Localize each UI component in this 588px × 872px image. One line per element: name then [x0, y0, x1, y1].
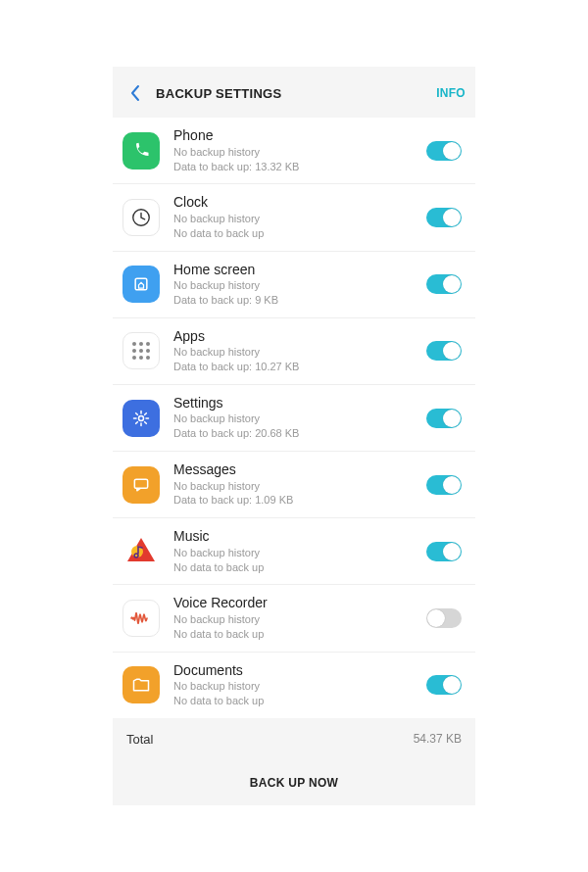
item-sub1: No backup history [173, 345, 426, 360]
backup-items-list: Phone No backup history Data to back up:… [113, 118, 475, 718]
item-settings[interactable]: Settings No backup history Data to back … [113, 385, 475, 452]
documents-icon [122, 666, 160, 703]
item-sub2: No data to back up [173, 226, 426, 241]
item-music[interactable]: Music No backup history No data to back … [113, 518, 475, 585]
item-sub2: Data to back up: 9 KB [173, 293, 426, 308]
item-voice[interactable]: Voice Recorder No backup history No data… [113, 585, 475, 652]
item-title: Clock [173, 194, 426, 212]
toggle-messages[interactable] [426, 475, 462, 495]
toggle-phone[interactable] [426, 141, 462, 161]
item-info: Documents No backup history No data to b… [173, 662, 426, 708]
item-title: Apps [173, 328, 426, 346]
item-info: Clock No backup history No data to back … [173, 194, 426, 240]
settings-icon [122, 400, 160, 437]
item-documents[interactable]: Documents No backup history No data to b… [113, 653, 475, 718]
item-sub2: Data to back up: 1.09 KB [173, 493, 426, 508]
item-apps[interactable]: Apps No backup history Data to back up: … [113, 318, 475, 385]
item-info: Apps No backup history Data to back up: … [173, 328, 426, 374]
item-sub1: No backup history [173, 612, 426, 627]
toggle-voice[interactable] [426, 608, 462, 628]
item-sub2: Data to back up: 10.27 KB [173, 360, 426, 374]
item-title: Home screen [173, 262, 426, 279]
backup-now-button[interactable]: BACK UP NOW [113, 760, 475, 805]
toggle-documents[interactable] [426, 675, 462, 695]
toggle-apps[interactable] [426, 341, 462, 361]
music-icon [122, 533, 160, 570]
item-sub2: No data to back up [173, 627, 426, 642]
item-sub1: No backup history [173, 278, 426, 293]
item-info: Phone No backup history Data to back up:… [173, 127, 426, 173]
total-row: Total 54.37 KB [113, 718, 475, 760]
back-button[interactable] [122, 80, 148, 106]
item-title: Phone [173, 127, 426, 145]
svg-rect-3 [134, 479, 147, 488]
item-sub1: No backup history [173, 679, 426, 694]
toggle-music[interactable] [426, 542, 462, 561]
item-sub2: No data to back up [173, 560, 426, 575]
item-info: Voice Recorder No backup history No data… [173, 595, 426, 641]
apps-icon [122, 332, 160, 369]
item-messages[interactable]: Messages No backup history Data to back … [113, 452, 475, 518]
item-title: Documents [173, 662, 426, 680]
svg-point-2 [139, 415, 144, 420]
item-phone[interactable]: Phone No backup history Data to back up:… [113, 118, 475, 184]
item-info: Home screen No backup history Data to ba… [173, 262, 426, 308]
chevron-left-icon [129, 84, 141, 102]
header-bar: BACKUP SETTINGS INFO [113, 67, 475, 118]
total-value: 54.37 KB [414, 732, 462, 746]
total-label: Total [126, 732, 153, 747]
item-title: Voice Recorder [173, 595, 426, 612]
toggle-home[interactable] [426, 274, 462, 294]
item-sub1: No backup history [173, 412, 426, 426]
phone-icon [122, 132, 160, 170]
clock-icon [122, 199, 160, 236]
item-info: Messages No backup history Data to back … [173, 461, 426, 508]
item-clock[interactable]: Clock No backup history No data to back … [113, 184, 475, 251]
item-home[interactable]: Home screen No backup history Data to ba… [113, 252, 475, 318]
page-title: BACKUP SETTINGS [156, 86, 436, 101]
messages-icon [122, 466, 160, 504]
backup-settings-screen: BACKUP SETTINGS INFO Phone No backup his… [113, 67, 475, 805]
item-sub2: Data to back up: 13.32 KB [173, 160, 426, 174]
voice-recorder-icon [122, 600, 160, 637]
item-sub1: No backup history [173, 479, 426, 494]
home-icon [122, 266, 160, 303]
toggle-settings[interactable] [426, 409, 462, 428]
item-sub1: No backup history [173, 546, 426, 560]
item-title: Messages [173, 461, 426, 479]
item-sub1: No backup history [173, 212, 426, 226]
toggle-clock[interactable] [426, 208, 462, 227]
item-info: Music No backup history No data to back … [173, 528, 426, 574]
item-sub2: No data to back up [173, 694, 426, 708]
info-button[interactable]: INFO [436, 86, 466, 100]
item-sub2: Data to back up: 20.68 KB [173, 426, 426, 441]
item-title: Music [173, 528, 426, 546]
item-info: Settings No backup history Data to back … [173, 395, 426, 441]
item-title: Settings [173, 395, 426, 412]
item-sub1: No backup history [173, 145, 426, 160]
